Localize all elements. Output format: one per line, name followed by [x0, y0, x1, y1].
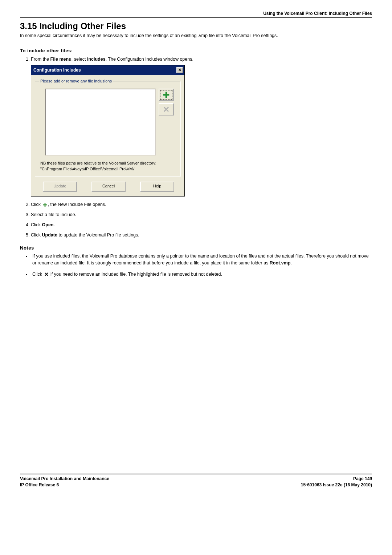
- notes-list: If you use included files, the Voicemail…: [31, 253, 372, 278]
- header-crumb: Using the Voicemail Pro Client: Includin…: [20, 11, 372, 18]
- nb-note: NB these files paths are relative to the…: [40, 161, 177, 172]
- dialog-title-text: Configuration Includes: [33, 67, 81, 74]
- plus-icon: [43, 203, 47, 207]
- step-5: Click Update to update the Voicemail Pro…: [31, 231, 372, 239]
- add-include-button[interactable]: [159, 89, 174, 101]
- file-inclusions-list[interactable]: [45, 89, 156, 155]
- inclusions-group: Please add or remove any file inclusions: [35, 78, 181, 177]
- config-includes-dialog: Configuration Includes ✕ Please add or r…: [31, 65, 185, 197]
- step-4: Click Open.: [31, 221, 372, 228]
- page-footer: Voicemail Pro Installation and Maintenan…: [20, 474, 372, 488]
- notes-heading: Notes: [20, 245, 372, 251]
- note-1: If you use included files, the Voicemail…: [31, 253, 372, 267]
- footer-right: Page 149 15-601063 Issue 22e (16 May 201…: [301, 476, 372, 488]
- to-include-heading: To include other files:: [20, 48, 372, 53]
- group-legend: Please add or remove any file inclusions: [39, 78, 113, 85]
- step-list: From the File menu, select Includes. The…: [31, 56, 372, 239]
- remove-include-button[interactable]: [159, 103, 174, 116]
- step-1: From the File menu, select Includes. The…: [31, 56, 372, 197]
- x-icon: [44, 272, 49, 276]
- plus-icon: [163, 92, 170, 98]
- step-3: Select a file to include.: [31, 211, 372, 218]
- note-2: Click if you need to remove an included …: [31, 271, 372, 278]
- svg-rect-5: [43, 204, 47, 205]
- svg-rect-1: [163, 94, 169, 96]
- update-button[interactable]: Update: [43, 182, 77, 192]
- x-icon: [163, 106, 170, 113]
- help-button[interactable]: Help: [140, 182, 174, 192]
- intro-text: In some special circumstances it may be …: [20, 33, 372, 39]
- section-title: 3.15 Including Other Files: [20, 21, 372, 31]
- cancel-button[interactable]: Cancel: [91, 182, 126, 192]
- close-icon[interactable]: ✕: [176, 67, 183, 73]
- dialog-titlebar: Configuration Includes ✕: [31, 65, 184, 75]
- footer-left: Voicemail Pro Installation and Maintenan…: [20, 476, 109, 488]
- step-2: Click , the New Include File opens.: [31, 201, 372, 208]
